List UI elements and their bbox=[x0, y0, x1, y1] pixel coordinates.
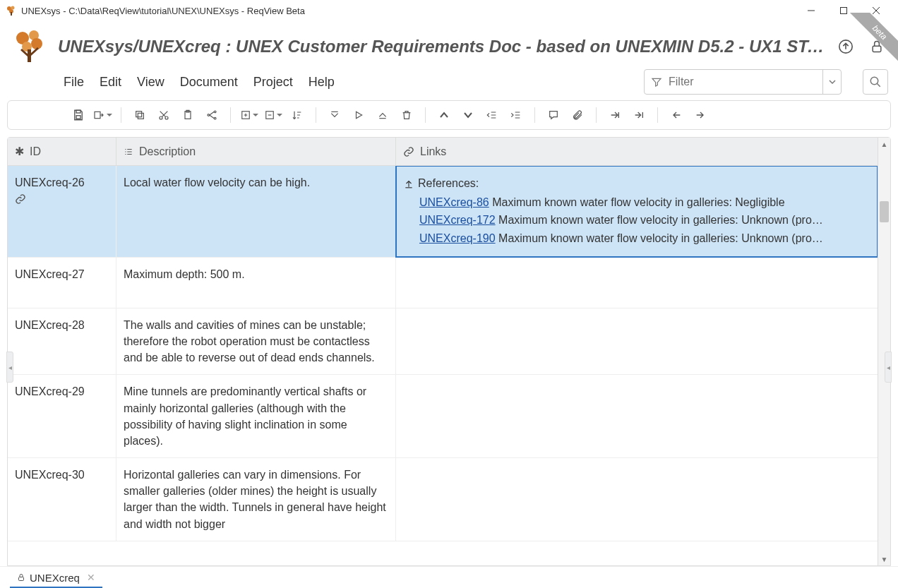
requirement-id: UNEXcreq-28 bbox=[15, 317, 109, 333]
app-logo bbox=[10, 27, 49, 66]
header: UNEXsys/UNEXcreq : UNEX Customer Require… bbox=[0, 21, 898, 69]
links-cell bbox=[396, 375, 878, 457]
links-cell bbox=[396, 458, 878, 541]
id-cell: UNEXcreq-29 bbox=[8, 375, 116, 457]
left-panel-handle[interactable]: ◂ bbox=[6, 352, 13, 383]
column-header-links[interactable]: Links bbox=[396, 138, 878, 165]
outdent-button[interactable] bbox=[482, 105, 502, 125]
reference-text: Maximum known water flow velocity in gal… bbox=[496, 214, 823, 226]
menu-project[interactable]: Project bbox=[253, 75, 293, 90]
id-cell: UNEXcreq-30 bbox=[8, 458, 116, 541]
svg-rect-21 bbox=[136, 112, 142, 117]
table-row[interactable]: UNEXcreq-27Maximum depth: 500 m. bbox=[8, 258, 878, 308]
delete-button[interactable] bbox=[397, 105, 417, 125]
svg-rect-19 bbox=[95, 112, 100, 118]
close-tab-button[interactable]: ✕ bbox=[87, 572, 95, 583]
search-button[interactable] bbox=[863, 69, 888, 95]
export-button[interactable] bbox=[92, 105, 112, 125]
lock-button[interactable] bbox=[866, 35, 888, 58]
link-icon bbox=[403, 146, 414, 157]
menu-help[interactable]: Help bbox=[309, 75, 335, 90]
reference-text: Maximum known water flow velocity in gal… bbox=[496, 232, 823, 244]
go-end-button[interactable] bbox=[629, 105, 649, 125]
expand-all-button[interactable] bbox=[373, 105, 393, 125]
reference-text: Maximum known water flow velocity in gal… bbox=[489, 196, 785, 208]
description-cell: Maximum depth: 500 m. bbox=[116, 258, 396, 308]
description-cell: Horizontal galleries can vary in dimensi… bbox=[116, 458, 396, 541]
svg-rect-17 bbox=[76, 110, 80, 113]
menu-file[interactable]: File bbox=[64, 75, 84, 90]
remove-button[interactable] bbox=[263, 105, 283, 125]
has-links-icon bbox=[15, 193, 26, 205]
menu-edit[interactable]: Edit bbox=[100, 75, 121, 90]
scroll-down-icon[interactable]: ▼ bbox=[878, 553, 890, 565]
svg-rect-14 bbox=[873, 46, 881, 52]
table-row[interactable]: UNEXcreq-30Horizontal galleries can vary… bbox=[8, 458, 878, 541]
window-close-button[interactable] bbox=[860, 0, 892, 21]
reference-line: UNEXcreq-86 Maximum known water flow vel… bbox=[419, 194, 870, 210]
requirement-id: UNEXcreq-30 bbox=[15, 467, 109, 483]
menubar: File Edit View Document Project Help bbox=[0, 69, 898, 100]
window-maximize-button[interactable] bbox=[827, 0, 860, 21]
toolbar bbox=[7, 100, 891, 130]
indent-button[interactable] bbox=[506, 105, 526, 125]
filter-dropdown[interactable] bbox=[822, 70, 841, 94]
requirement-id: UNEXcreq-29 bbox=[15, 383, 109, 400]
id-cell: UNEXcreq-26 bbox=[8, 166, 116, 257]
sort-button[interactable] bbox=[287, 105, 307, 125]
reference-link[interactable]: UNEXcreq-86 bbox=[419, 196, 489, 208]
move-down-button[interactable] bbox=[458, 105, 478, 125]
svg-point-10 bbox=[31, 38, 42, 49]
document-tab-unexcreq[interactable]: UNEXcreq ✕ bbox=[10, 569, 102, 589]
svg-line-16 bbox=[877, 83, 880, 87]
filter-box[interactable] bbox=[644, 69, 842, 95]
requirement-id: UNEXcreq-26 bbox=[15, 174, 109, 191]
reference-link[interactable]: UNEXcreq-172 bbox=[419, 214, 496, 226]
comment-button[interactable] bbox=[544, 105, 563, 125]
upload-button[interactable] bbox=[834, 35, 857, 58]
description-cell: Mine tunnels are predominantly vertical … bbox=[116, 375, 396, 457]
paste-button[interactable] bbox=[178, 105, 198, 125]
right-panel-handle[interactable]: ◂ bbox=[885, 352, 892, 383]
menu-view[interactable]: View bbox=[137, 75, 164, 90]
id-cell: UNEXcreq-28 bbox=[8, 308, 116, 375]
collapse-all-button[interactable] bbox=[325, 105, 345, 125]
lock-icon bbox=[17, 573, 25, 582]
table-row[interactable]: UNEXcreq-26Local water flow velocity can… bbox=[8, 166, 878, 258]
reference-link[interactable]: UNEXcreq-190 bbox=[419, 232, 496, 244]
funnel-icon bbox=[645, 76, 669, 88]
column-header-id[interactable]: ✱ ID bbox=[8, 138, 116, 165]
links-cell: References:UNEXcreq-86 Maximum known wat… bbox=[395, 166, 878, 258]
svg-rect-18 bbox=[76, 116, 80, 119]
references-label: References: bbox=[418, 175, 479, 191]
attach-button[interactable] bbox=[568, 105, 587, 125]
copy-button[interactable] bbox=[130, 105, 150, 125]
nav-forward-button[interactable] bbox=[690, 105, 710, 125]
table-row[interactable]: UNEXcreq-28The walls and cavities of min… bbox=[8, 308, 878, 376]
table-row[interactable]: UNEXcreq-29Mine tunnels are predominantl… bbox=[8, 375, 878, 458]
reference-line: UNEXcreq-172 Maximum known water flow ve… bbox=[419, 212, 870, 228]
move-up-button[interactable] bbox=[434, 105, 454, 125]
svg-rect-5 bbox=[841, 8, 847, 14]
nav-back-button[interactable] bbox=[666, 105, 686, 125]
app-icon bbox=[6, 5, 17, 16]
save-button[interactable] bbox=[68, 105, 88, 125]
scroll-thumb[interactable] bbox=[880, 201, 889, 222]
links-cell bbox=[396, 308, 878, 375]
window-titlebar: UNEXsys - C:\Data\ReqView\tutorial\UNEX\… bbox=[0, 0, 898, 21]
requirements-table: ◂ ✱ ID Description Links UNEXcreq-26Loca… bbox=[7, 137, 891, 566]
description-cell: Local water flow velocity can be high. bbox=[116, 166, 396, 257]
play-button[interactable] bbox=[349, 105, 369, 125]
menu-document[interactable]: Document bbox=[180, 75, 238, 90]
reference-line: UNEXcreq-190 Maximum known water flow ve… bbox=[419, 230, 870, 246]
filter-input[interactable] bbox=[669, 76, 822, 88]
scroll-up-icon[interactable]: ▲ bbox=[878, 138, 890, 150]
cut-button[interactable] bbox=[154, 105, 174, 125]
add-button[interactable] bbox=[239, 105, 259, 125]
svg-point-1 bbox=[11, 6, 15, 10]
go-next-button[interactable] bbox=[605, 105, 625, 125]
link-graph-button[interactable] bbox=[202, 105, 222, 125]
column-header-description[interactable]: Description bbox=[116, 138, 396, 165]
document-tabs: UNEXcreq ✕ bbox=[0, 566, 898, 588]
window-minimize-button[interactable] bbox=[795, 0, 827, 21]
